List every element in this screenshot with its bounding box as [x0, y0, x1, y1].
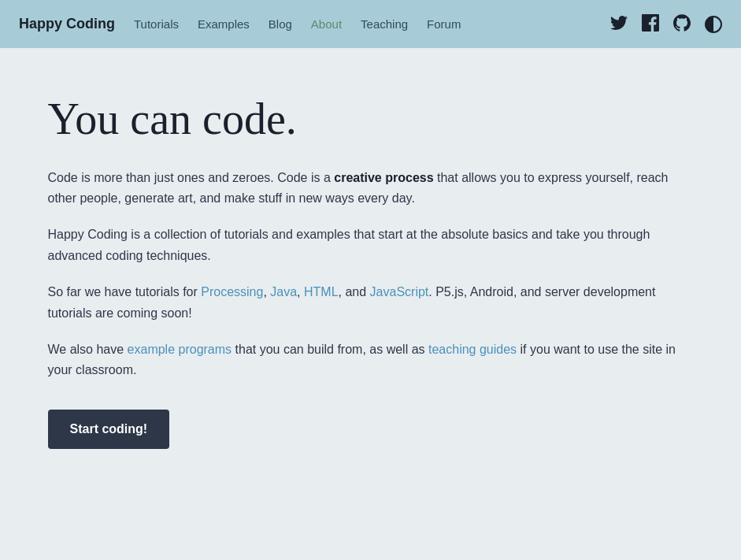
link-html[interactable]: HTML — [304, 285, 339, 299]
hero-heading: You can code. — [48, 95, 694, 144]
nav-examples[interactable]: Examples — [198, 17, 250, 31]
link-javascript[interactable]: JavaScript — [370, 285, 429, 299]
theme-toggle-icon[interactable] — [705, 16, 722, 33]
link-example-programs[interactable]: example programs — [128, 343, 232, 356]
paragraph-1: Code is more than just ones and zeroes. … — [48, 168, 694, 210]
link-teaching-guides[interactable]: teaching guides — [428, 343, 517, 356]
main-content: You can code. Code is more than just one… — [17, 48, 725, 496]
github-icon[interactable] — [673, 14, 691, 35]
twitter-icon[interactable] — [610, 14, 628, 35]
nav-social-icons — [610, 14, 722, 35]
nav-tutorials[interactable]: Tutorials — [134, 17, 179, 31]
paragraph-4: We also have example programs that you c… — [48, 339, 694, 381]
paragraph-2: Happy Coding is a collection of tutorial… — [48, 224, 694, 266]
paragraph-3: So far we have tutorials for Processing,… — [48, 282, 694, 324]
nav-links: Tutorials Examples Blog About Teaching F… — [134, 17, 610, 31]
start-coding-button[interactable]: Start coding! — [48, 410, 170, 449]
facebook-icon[interactable] — [642, 14, 659, 35]
link-processing[interactable]: Processing — [201, 285, 263, 299]
nav-blog[interactable]: Blog — [269, 17, 292, 31]
nav-forum[interactable]: Forum — [427, 17, 461, 31]
site-brand[interactable]: Happy Coding — [19, 16, 115, 32]
nav-teaching[interactable]: Teaching — [361, 17, 408, 31]
navbar: Happy Coding Tutorials Examples Blog Abo… — [0, 0, 741, 48]
link-java[interactable]: Java — [270, 285, 297, 299]
nav-about[interactable]: About — [311, 17, 342, 31]
